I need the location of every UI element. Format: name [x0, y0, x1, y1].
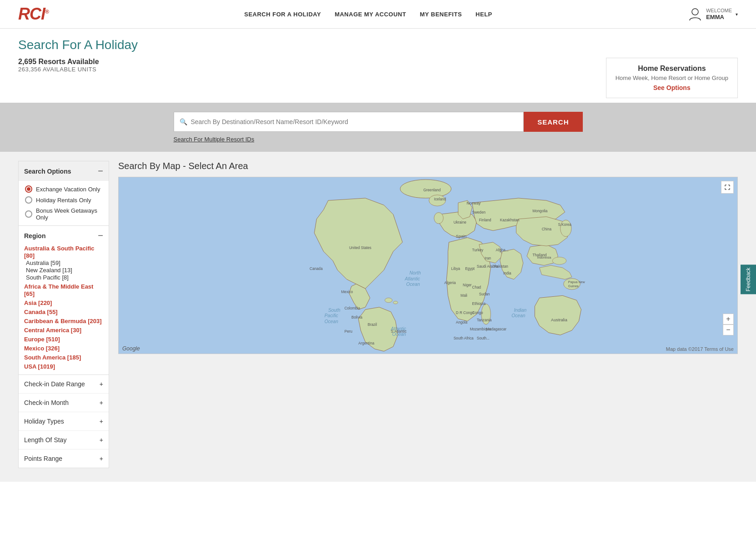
search-options-title: Search Options — [24, 168, 71, 175]
feedback-tab[interactable]: Feedback — [741, 265, 756, 294]
user-icon — [688, 7, 702, 21]
svg-text:Egypt: Egypt — [465, 267, 475, 271]
svg-text:Afgha...: Afgha... — [496, 248, 509, 252]
map-zoom-in[interactable]: + — [723, 314, 734, 324]
search-input[interactable] — [191, 118, 518, 125]
nav-manage-account[interactable]: MANAGE MY ACCOUNT — [335, 11, 406, 18]
search-section: 🔍 SEARCH Search For Multiple Resort IDs — [0, 103, 756, 152]
region-australia: Australia [59] — [24, 260, 60, 266]
region-canada[interactable]: Canada [55] — [24, 309, 58, 315]
region-south-america[interactable]: South America [185] — [24, 354, 81, 361]
svg-text:Algeria: Algeria — [444, 281, 456, 285]
svg-text:Saudi Arabia: Saudi Arabia — [477, 265, 498, 269]
radio-rentals[interactable]: Holiday Rentals Only — [25, 196, 102, 204]
region-toggle[interactable]: − — [98, 230, 103, 241]
region-header[interactable]: Region − — [24, 230, 103, 241]
radio-group: Exchange Vacation Only Holiday Rentals O… — [25, 185, 102, 221]
svg-text:Turkey: Turkey — [472, 248, 484, 252]
search-button[interactable]: SEARCH — [524, 112, 582, 132]
region-new-zealand: New Zealand [13] — [24, 267, 72, 274]
map-title: Search By Map - Select An Area — [118, 161, 738, 171]
holiday-types-expand[interactable]: + — [100, 418, 103, 424]
checkin-date-label: Check-in Date Range — [24, 380, 85, 388]
user-menu[interactable]: WELCOME EMMA ▾ — [688, 7, 738, 21]
radio-circle-bonus — [25, 210, 32, 218]
svg-text:Bolivia: Bolivia — [351, 315, 362, 319]
svg-text:Madagascar: Madagascar — [486, 327, 506, 331]
map-container[interactable]: Kazakhstan Mongolia China S.Korea Ukrain… — [118, 177, 738, 354]
region-asia[interactable]: Asia [220] — [24, 299, 52, 306]
length-stay-panel[interactable]: Length Of Stay + — [19, 431, 109, 449]
region-list: Australia & South Pacific [80] Australia… — [24, 245, 103, 370]
svg-point-6 — [434, 213, 443, 224]
radio-exchange[interactable]: Exchange Vacation Only — [25, 185, 102, 193]
nav-my-benefits[interactable]: MY BENEFITS — [420, 11, 462, 18]
svg-text:Australia: Australia — [551, 318, 568, 322]
region-usa[interactable]: USA [1019] — [24, 363, 55, 370]
site-logo[interactable]: RCI® — [18, 5, 49, 24]
svg-point-3 — [385, 298, 392, 302]
resorts-count: 2,695 Resorts Available — [18, 58, 99, 66]
region-title: Region — [24, 232, 45, 240]
search-options-toggle[interactable]: − — [98, 166, 103, 176]
home-reservations-link[interactable]: See Options — [653, 84, 691, 91]
svg-text:Ocean: Ocean — [406, 282, 420, 287]
radio-bonus[interactable]: Bonus Week Getaways Only — [25, 207, 102, 221]
hero-section: Search For A Holiday 2,695 Resorts Avail… — [0, 29, 756, 103]
holiday-types-panel[interactable]: Holiday Types + — [19, 412, 109, 431]
svg-text:Ocean: Ocean — [511, 313, 525, 318]
region-caribbean[interactable]: Caribbean & Bermuda [203] — [24, 318, 102, 324]
region-europe[interactable]: Europe [510] — [24, 336, 60, 343]
nav-help[interactable]: HELP — [476, 11, 492, 18]
length-stay-label: Length Of Stay — [24, 436, 66, 444]
user-info: WELCOME EMMA — [706, 8, 732, 20]
filter-panels: Check-in Date Range + Check-in Month + H… — [19, 374, 109, 468]
svg-point-0 — [692, 9, 698, 15]
search-options-panel: Search Options − Exchange Vacation Only — [18, 161, 109, 468]
svg-text:South...: South... — [477, 336, 490, 340]
site-header: RCI® SEARCH FOR A HOLIDAY MANAGE MY ACCO… — [0, 0, 756, 29]
svg-text:North: North — [410, 270, 421, 275]
region-south-pacific: South Pacific [8] — [24, 274, 69, 281]
region-panel: Region − Australia & South Pacific [80] … — [19, 225, 109, 374]
checkin-month-expand[interactable]: + — [100, 399, 103, 406]
svg-text:Peru: Peru — [345, 329, 352, 334]
checkin-date-panel[interactable]: Check-in Date Range + — [19, 375, 109, 394]
svg-text:Ocean: Ocean — [325, 319, 338, 324]
search-options-header[interactable]: Search Options − — [19, 161, 109, 181]
multiple-resort-link[interactable]: Search For Multiple Resort IDs — [174, 136, 255, 143]
svg-text:Atlantic: Atlantic — [391, 326, 406, 331]
region-africa-middle-east[interactable]: Africa & The Middle East [65] — [24, 283, 93, 297]
svg-text:Guinea: Guinea — [568, 284, 579, 288]
points-range-panel[interactable]: Points Range + — [19, 449, 109, 468]
svg-text:Thailand: Thailand — [532, 253, 547, 257]
region-australia-south-pacific[interactable]: Australia & South Pacific [80] — [24, 245, 95, 259]
length-stay-expand[interactable]: + — [100, 437, 103, 443]
nav-search-holiday[interactable]: SEARCH FOR A HOLIDAY — [244, 11, 321, 18]
google-logo: Google — [122, 345, 140, 352]
svg-text:S.Korea: S.Korea — [558, 223, 571, 227]
checkin-date-expand[interactable]: + — [100, 381, 103, 387]
user-menu-chevron: ▾ — [736, 12, 738, 17]
svg-text:Sweden: Sweden — [472, 210, 486, 215]
svg-text:China: China — [542, 227, 552, 231]
svg-text:Colombia: Colombia — [345, 306, 360, 310]
svg-text:Iran: Iran — [485, 256, 491, 260]
svg-text:Niger: Niger — [463, 283, 472, 287]
checkin-month-panel[interactable]: Check-in Month + — [19, 394, 109, 412]
feedback-tab-wrapper: Feedback — [741, 265, 756, 294]
username-label: EMMA — [706, 14, 724, 20]
world-map-svg: Kazakhstan Mongolia China S.Korea Ukrain… — [119, 177, 737, 354]
map-expand-button[interactable] — [721, 181, 734, 194]
points-range-expand[interactable]: + — [100, 455, 103, 462]
svg-text:D R Congo: D R Congo — [456, 311, 475, 315]
main-nav: SEARCH FOR A HOLIDAY MANAGE MY ACCOUNT M… — [244, 11, 492, 18]
region-central-america[interactable]: Central America [30] — [24, 327, 81, 334]
radio-circle-rentals — [25, 196, 32, 204]
map-footer-right: Map data ©2017 Terms of Use — [666, 346, 734, 352]
svg-text:Atlantic: Atlantic — [404, 276, 420, 281]
region-mexico[interactable]: Mexico [326] — [24, 345, 60, 352]
home-reservations-box: Home Reservations Home Week, Home Resort… — [606, 58, 738, 98]
map-zoom-out[interactable]: − — [723, 324, 734, 335]
radio-rentals-label: Holiday Rentals Only — [36, 197, 91, 204]
